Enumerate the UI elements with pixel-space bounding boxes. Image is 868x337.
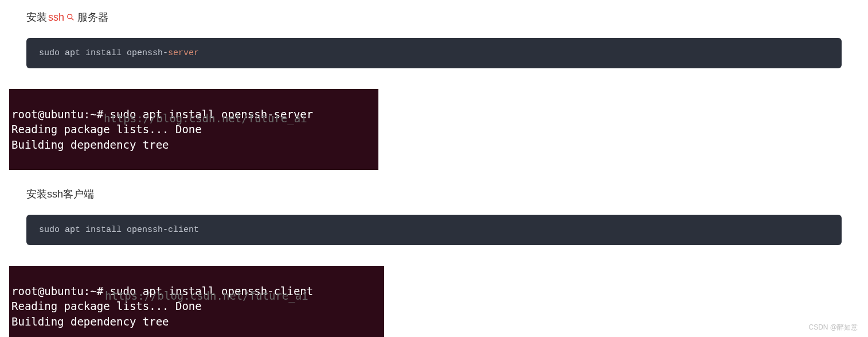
terminal-output-server: root@ubuntu:~# sudo apt install openssh-… [9, 89, 378, 170]
terminal-line: Building dependency tree [11, 138, 169, 151]
code-block-install-server[interactable]: sudo apt install openssh-server [26, 38, 842, 68]
code-block-install-client[interactable]: sudo apt install openssh-client [26, 215, 842, 245]
code-text: sudo apt install openssh-client [39, 225, 199, 235]
csdn-watermark: CSDN @醉如意 [808, 323, 858, 332]
terminal-line: Reading package lists... Done [11, 123, 202, 135]
heading-install-ssh-server: 安装 ssh 服务器 [26, 10, 842, 24]
terminal-line: root@ubuntu:~# sudo apt install openssh-… [11, 108, 313, 121]
heading-text: 安装ssh客户端 [26, 187, 94, 201]
terminal-line: root@ubuntu:~# sudo apt install openssh-… [11, 285, 313, 297]
search-icon[interactable] [66, 13, 75, 22]
code-keyword: server [168, 48, 199, 58]
heading-install-ssh-client: 安装ssh客户端 [26, 187, 842, 201]
heading-ssh-highlight: ssh [48, 11, 64, 24]
heading-text-post: 服务器 [77, 10, 108, 24]
svg-point-0 [68, 14, 72, 19]
heading-text-pre: 安装 [26, 10, 47, 24]
terminal-output-client: root@ubuntu:~# sudo apt install openssh-… [9, 266, 384, 337]
svg-line-1 [72, 18, 74, 21]
terminal-line: Reading package lists... Done [11, 300, 202, 312]
code-text: sudo apt install openssh- [39, 48, 168, 58]
terminal-line: Building dependency tree [11, 315, 169, 328]
